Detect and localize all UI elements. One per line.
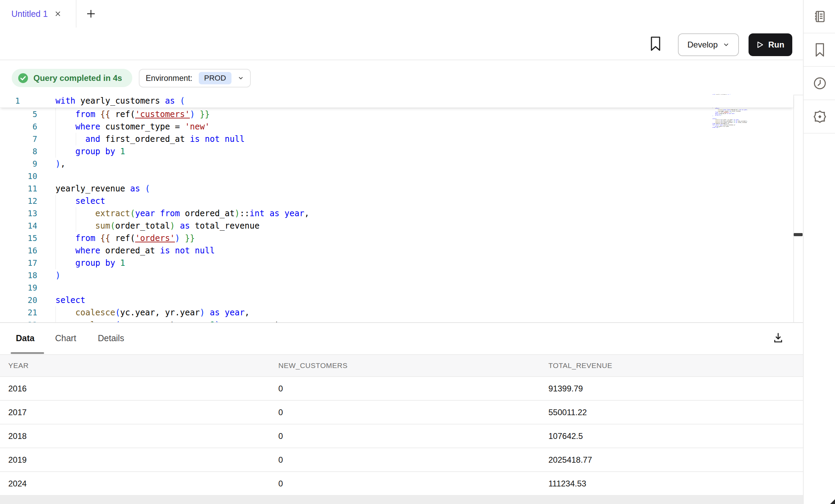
line-number: 15 [0,232,37,244]
code-line-16[interactable]: 16 where ordered_at is not null [0,244,793,257]
tab-bar: Untitled 1 [0,0,803,28]
line-number: 7 [0,133,37,145]
code-line-12[interactable]: 12 select [0,195,793,207]
code-line-17[interactable]: 17 group by 1 [0,257,793,269]
table-cell: 2019 [8,448,27,472]
run-button[interactable]: Run [749,33,792,56]
code-text: where customer_type = 'new' [55,120,210,133]
line-number: 17 [0,257,37,269]
new-tab-button[interactable] [82,5,100,23]
sql-ide-app: { "tab_bar": { "tabs": [ { "label": "Unt… [0,0,835,504]
table-header-row: YEARNEW_CUSTOMERSTOTAL_REVENUE [0,354,803,377]
code-text: select [55,195,105,207]
code-line-10[interactable]: 10 [0,170,793,182]
code-text: coalesce(yc.new_customers, 0) as new_cus… [55,319,309,322]
bookmark-button[interactable] [649,36,662,52]
code-text: with yearly_customers as ( [55,95,185,107]
code-line-19[interactable]: 19 [0,282,793,294]
active-tab-indicator [11,352,44,354]
table-cell: 107642.5 [548,424,583,448]
table-cell: 2016 [8,377,27,401]
develop-label: Develop [687,40,718,50]
table-bottom-scroll-track[interactable] [0,496,803,504]
query-status-text: Query completed in 4s [33,73,122,83]
code-text: group by 1 [55,145,125,158]
sidebar-item-notebook[interactable] [804,0,835,33]
right-icon-sidebar [803,0,835,504]
editor-strip-border [793,95,803,95]
code-line-13[interactable]: 13 extract(year from ordered_at)::int as… [0,207,793,220]
code-line-14[interactable]: 14 sum(order_total) as total_revenue [0,220,793,232]
line-number: 19 [0,282,37,294]
download-results-button[interactable] [770,330,786,346]
code-line-20[interactable]: 20select [0,294,793,306]
line-number: 22 [0,319,37,322]
sticky-scroll-line[interactable]: 1with yearly_customers as ( [0,95,793,108]
code-line-7[interactable]: 7 and first_ordered_at is not null [0,133,793,145]
line-number: 18 [0,269,37,282]
tab-untitled-1[interactable]: Untitled 1 [0,0,76,28]
line-number: 13 [0,207,37,220]
code-line-18[interactable]: 18) [0,269,793,282]
sidebar-item-dbt[interactable] [804,100,835,134]
chevron-down-icon [723,41,730,48]
column-header-total_revenue: TOTAL_REVENUE [548,355,612,378]
chevron-down-icon [238,75,244,81]
line-number: 11 [0,182,37,195]
table-row[interactable]: 2016091399.79 [0,377,803,401]
code-line-8[interactable]: 8 group by 1 [0,145,793,158]
code-text: ), [55,158,65,170]
table-row[interactable]: 20180107642.5 [0,424,803,448]
code-line-11[interactable]: 11yearly_revenue as ( [0,182,793,195]
table-cell: 0 [278,377,283,401]
line-number: 12 [0,195,37,207]
line-number: 20 [0,294,37,306]
table-row[interactable]: 20240111234.53 [0,472,803,496]
table-row[interactable]: 201902025418.77 [0,448,803,472]
results-panel: Data Chart Details YEARNEW_CUSTOMERSTOTA… [0,322,803,504]
code-text: select [55,294,85,306]
code-line-5[interactable]: 5 from {{ ref('customers') }} [0,108,793,120]
tab-title: Untitled 1 [11,9,48,19]
sql-code-editor[interactable]: 5 from {{ ref('customers') }}6 where cus… [0,95,793,322]
table-cell: 0 [278,472,283,496]
line-number: 6 [0,120,37,133]
line-number: 21 [0,306,37,319]
code-line-15[interactable]: 15 from {{ ref('orders') }} [0,232,793,244]
bookmark-icon [813,42,827,57]
table-cell: 111234.53 [548,472,586,496]
sidebar-item-bookmarks[interactable] [804,33,835,67]
close-tab-icon[interactable] [54,10,62,18]
resize-corner-grip[interactable] [830,499,835,504]
line-number: 8 [0,145,37,158]
play-icon [756,41,764,49]
editor-right-divider [793,95,794,322]
line-number: 5 [0,108,37,120]
table-cell: 0 [278,424,283,448]
code-text: extract(year from ordered_at)::int as ye… [55,207,309,220]
code-line-22[interactable]: 22 coalesce(yc.new_customers, 0) as new_… [0,319,793,322]
check-circle-icon [17,72,29,84]
tab-data[interactable]: Data [16,323,34,354]
develop-dropdown-button[interactable]: Develop [678,33,739,56]
table-cell: 2024 [8,472,27,496]
code-text: sum(order_total) as total_revenue [55,220,259,232]
environment-selector[interactable]: Environment: PROD [139,69,251,87]
notebook-icon [813,9,827,24]
download-icon [772,332,784,344]
tab-chart[interactable]: Chart [55,323,76,354]
code-line-9[interactable]: 9), [0,158,793,170]
tab-details[interactable]: Details [98,323,124,354]
table-row[interactable]: 20170550011.22 [0,401,803,424]
table-cell: 550011.22 [548,401,587,424]
code-text: yearly_revenue as ( [55,182,150,195]
sidebar-item-history[interactable] [804,67,835,100]
history-clock-icon [813,76,827,91]
code-line-6[interactable]: 6 where customer_type = 'new' [0,120,793,133]
code-text: group by 1 [55,257,125,269]
environment-label: Environment: [146,74,193,83]
scrollbar-thumb[interactable] [794,233,803,236]
code-text: coalesce(yc.year, yr.year) as year, [55,306,250,319]
code-line-21[interactable]: 21 coalesce(yc.year, yr.year) as year, [0,306,793,319]
table-cell: 91399.79 [548,377,583,401]
